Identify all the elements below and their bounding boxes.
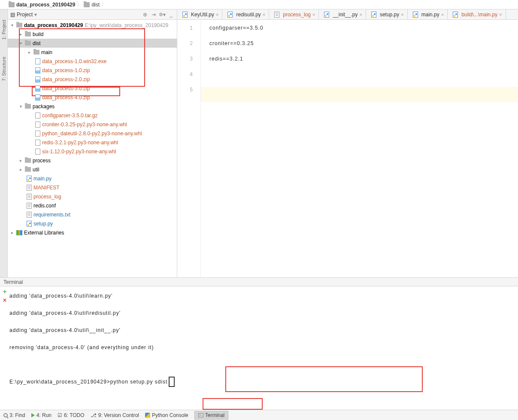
tree-folder-packages[interactable]: ▾ packages — [8, 102, 177, 111]
chevron-right-icon[interactable]: ▸ — [27, 50, 32, 55]
project-panel: ▤ Project ▾ ⊕ ⇥ ✲▾ ⎯ ▾ data_process_2019… — [8, 9, 177, 277]
bottom-run[interactable]: 4: Run — [31, 412, 51, 418]
tree-file-processlog[interactable]: process_log — [8, 192, 177, 201]
tree-label: data_process-1.0.win32.exe — [42, 58, 106, 64]
python-icon — [27, 221, 32, 227]
close-icon[interactable]: × — [441, 12, 444, 17]
sidebar-tab-project[interactable]: 1: Project — [1, 20, 6, 40]
tree-folder-process[interactable]: ▸process — [8, 156, 177, 165]
breadcrumb-root[interactable]: data_process_20190429 — [16, 2, 75, 8]
collapse-icon[interactable]: ⇥ — [150, 11, 157, 18]
tree-label: data_process-2.0.zip — [42, 76, 90, 82]
tab-init[interactable]: __init__.py× — [319, 9, 366, 19]
breadcrumb-dist[interactable]: dist — [91, 2, 100, 8]
chevron-right-icon[interactable]: ▸ — [18, 32, 23, 37]
tree-label: process_log — [33, 194, 61, 200]
tree-file-manifest[interactable]: MANIFEST — [8, 183, 177, 192]
close-icon[interactable]: × — [3, 297, 6, 304]
tab-processlog[interactable]: process_log× — [269, 9, 319, 19]
bottom-label: 4: Run — [36, 412, 51, 418]
tree-label: data_process-3.0.zip — [42, 85, 90, 91]
tree-file[interactable]: data_process-2.0.zip — [8, 75, 177, 84]
code-editor[interactable]: 1 2 3 4 5 configparser==3.5.0 croniter==… — [177, 20, 518, 277]
tree-label: data_process_20190429 — [24, 22, 83, 28]
chevron-right-icon[interactable]: ▸ — [9, 230, 15, 235]
terminal-prompt: E:\py_work\data_process_20190429>python … — [9, 379, 168, 385]
bottom-todo[interactable]: ☑6: TODO — [58, 412, 85, 418]
chevron-right-icon[interactable]: ▸ — [18, 158, 23, 163]
line-number: 2 — [177, 40, 200, 56]
chevron-down-icon[interactable]: ▾ — [18, 41, 23, 46]
chevron-down-icon[interactable]: ▾ — [9, 23, 15, 27]
chevron-down-icon[interactable]: ▾ — [18, 104, 23, 109]
terminal-icon — [198, 413, 203, 417]
tree-file[interactable]: configparser-3.5.0.tar.gz — [8, 111, 177, 120]
sidebar-tab-structure[interactable]: 7: Structure — [1, 57, 6, 81]
tree-folder-main[interactable]: ▸ main — [8, 48, 177, 57]
tree-file[interactable]: data_process-1.0.zip — [8, 66, 177, 75]
python-icon — [227, 12, 233, 18]
archive-icon — [35, 131, 40, 137]
bottom-vcs[interactable]: ⎇9: Version Control — [91, 412, 139, 418]
close-icon[interactable]: × — [359, 12, 362, 17]
folder-icon — [9, 2, 15, 7]
code-line: croniter==0.3.25 — [201, 40, 518, 56]
tree-file[interactable]: redis-3.2.1-py2.py3-none-any.whl — [8, 138, 177, 147]
close-icon[interactable]: × — [499, 12, 502, 17]
terminal-panel: Terminal + × adding 'data_process-4.0\ut… — [0, 277, 518, 410]
close-icon[interactable]: × — [401, 12, 403, 17]
tree-external-libs[interactable]: ▸External Libraries — [8, 228, 177, 237]
tree-folder-util[interactable]: ▸util — [8, 165, 177, 174]
terminal-prompt-line[interactable]: E:\py_work\data_process_20190429>python … — [9, 373, 518, 390]
tree-label: build — [33, 31, 43, 37]
close-icon[interactable]: × — [216, 12, 218, 17]
terminal-title: Terminal — [3, 279, 23, 285]
tree-file[interactable]: croniter-0.3.25-py2.py3-none-any.whl — [8, 120, 177, 129]
tab-buildmain[interactable]: build\...\main.py× — [448, 9, 506, 19]
line-number: 4 — [177, 71, 200, 87]
tree-file[interactable]: python_dateutil-2.8.0-py2.py3-none-any.w… — [8, 129, 177, 138]
close-icon[interactable]: × — [263, 12, 265, 17]
dropdown-icon[interactable]: ▾ — [34, 12, 37, 18]
tree-file[interactable]: data_process-1.0.win32.exe — [8, 57, 177, 66]
tree-file[interactable]: data_process-3.0.zip — [8, 84, 177, 93]
python-icon — [145, 413, 150, 418]
tab-setup[interactable]: setup.py× — [366, 9, 408, 19]
project-panel-header: ▤ Project ▾ ⊕ ⇥ ✲▾ ⎯ — [8, 9, 177, 20]
code-content[interactable]: configparser==3.5.0 croniter==0.3.25 red… — [201, 20, 518, 277]
plus-icon[interactable]: + — [3, 288, 6, 295]
tree-file[interactable]: data_process-4.0.zip — [8, 93, 177, 102]
tree-file-reqs[interactable]: requirements.txt — [8, 210, 177, 219]
chevron-right-icon[interactable]: ▸ — [18, 167, 23, 172]
tree-file[interactable]: six-1.12.0-py2.py3-none-any.whl — [8, 147, 177, 156]
line-number: 3 — [177, 56, 200, 71]
tree-folder-dist[interactable]: ▾ dist — [8, 39, 177, 48]
terminal-output[interactable]: adding 'data_process-4.0\util\learn.py' … — [9, 286, 518, 410]
text-icon — [27, 203, 32, 209]
project-tree[interactable]: ▾ data_process_20190429 E:\py_work\data_… — [8, 20, 177, 277]
tab-main[interactable]: main.py× — [408, 9, 448, 19]
tree-label: croniter-0.3.25-py2.py3-none-any.whl — [42, 122, 127, 128]
hide-icon[interactable]: ⎯ — [167, 11, 174, 18]
tree-root[interactable]: ▾ data_process_20190429 E:\py_work\data_… — [8, 21, 177, 30]
gear-icon[interactable]: ✲▾ — [159, 11, 166, 18]
cursor-icon — [169, 377, 175, 387]
python-icon — [371, 12, 376, 18]
tree-folder-build[interactable]: ▸ build — [8, 30, 177, 39]
python-icon — [182, 12, 188, 18]
tab-label: process_log — [283, 12, 311, 18]
locate-icon[interactable]: ⊕ — [142, 11, 148, 18]
tree-file-setup[interactable]: setup.py — [8, 219, 177, 228]
tree-label: six-1.12.0-py2.py3-none-any.whl — [42, 149, 116, 155]
bottom-terminal[interactable]: Terminal — [194, 411, 228, 420]
tree-label: python_dateutil-2.8.0-py2.py3-none-any.w… — [42, 131, 142, 137]
chevron-right-icon: 〉 — [77, 1, 82, 8]
archive-icon — [35, 149, 40, 155]
tab-redisutil[interactable]: redisutil.py× — [222, 9, 269, 19]
bottom-pyconsole[interactable]: Python Console — [145, 412, 188, 418]
tree-file-mainpy[interactable]: main.py — [8, 174, 177, 183]
tree-file-redisconf[interactable]: redis.conf — [8, 201, 177, 210]
bottom-find[interactable]: 3: Find — [3, 412, 25, 418]
close-icon[interactable]: × — [312, 12, 315, 17]
tab-keyutil[interactable]: KeyUtil.py× — [177, 9, 222, 19]
